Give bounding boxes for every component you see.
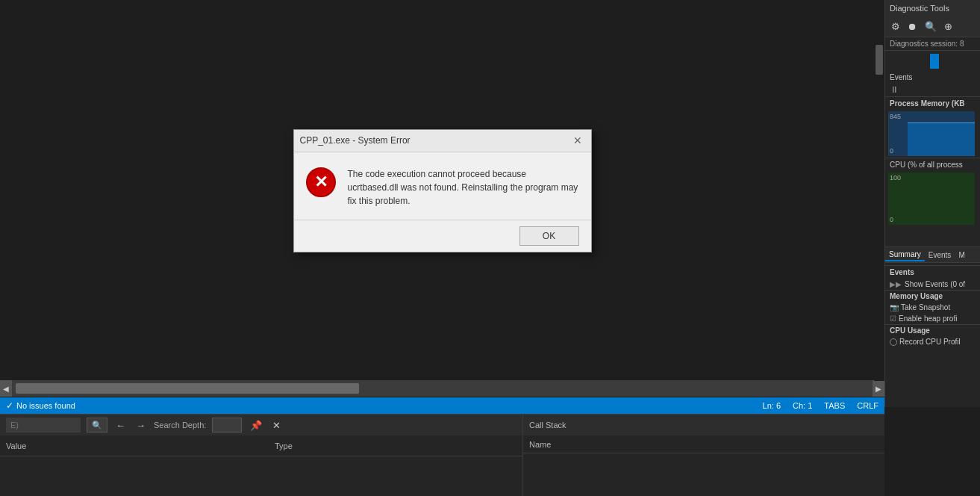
search-depth-label: Search Depth: — [154, 421, 206, 430]
memory-fill — [908, 123, 975, 156]
events-sub-section: Events ▶▶ Show Events (0 of Memory Usage… — [885, 265, 980, 347]
heap-icon: ☑ — [890, 314, 896, 323]
scroll-thumb[interactable] — [16, 383, 359, 394]
diag-toolbar: ⚙ ⏺ 🔍 ⊕ — [885, 16, 980, 37]
status-no-issues: ✓ No issues found — [6, 400, 75, 411]
error-circle: ✕ — [306, 167, 336, 197]
timeline-bar — [930, 54, 939, 69]
cpu-max-label: 100 — [890, 174, 901, 182]
cpu-chart: 100 0 — [888, 173, 975, 225]
summary-tab[interactable]: Summary — [885, 249, 925, 261]
diag-tabs: Summary Events M — [885, 247, 980, 263]
crlf-text: CRLF — [857, 401, 878, 410]
memory-chart: 845 0 — [888, 111, 975, 156]
memory-usage-label: Memory Usage — [890, 292, 976, 300]
pin-button[interactable]: 📌 — [248, 420, 264, 431]
record-button[interactable]: ⏺ — [905, 19, 920, 34]
status-ch: Ch: 1 — [793, 401, 812, 410]
session-label: Diagnostics session: 8 — [890, 40, 964, 48]
status-ln: Ln: 6 — [763, 401, 781, 410]
cpu-usage-label: CPU Usage — [890, 326, 976, 335]
status-tabs: TABS — [824, 401, 845, 410]
panel-columns: Value Type — [0, 435, 522, 456]
process-memory-label: Process Memory (KB — [890, 99, 965, 108]
events-icon: ⏸ — [890, 84, 899, 95]
depth-input[interactable] — [212, 418, 242, 433]
status-crlf: CRLF — [857, 401, 878, 410]
dialog-title: CPP_01.exe - System Error — [300, 135, 411, 146]
horizontal-scrollbar[interactable]: ◀ ▶ — [0, 380, 884, 397]
call-stack-header: Call Stack — [523, 415, 884, 435]
record-cpu-row[interactable]: Record CPU Profil — [885, 336, 980, 347]
memory-max-label: 845 — [890, 113, 901, 120]
heap-row[interactable]: ☑ Enable heap profi — [885, 313, 980, 324]
scroll-left-arrow[interactable]: ◀ — [0, 380, 12, 397]
events-section: Events — [885, 265, 980, 279]
dialog-titlebar: CPP_01.exe - System Error ✕ — [294, 130, 591, 152]
events-tab[interactable]: Events — [925, 249, 955, 261]
dialog-overlay: CPP_01.exe - System Error ✕ ✕ The code e… — [0, 0, 884, 381]
radio-icon[interactable] — [890, 338, 897, 346]
diag-title-text: Diagnostic Tools — [890, 4, 949, 13]
memory-usage-section: Memory Usage — [885, 290, 980, 302]
scroll-right-arrow[interactable]: ▶ — [873, 380, 884, 397]
show-events-text: Show Events (0 of — [905, 280, 965, 288]
back-button[interactable]: ← — [113, 420, 128, 431]
call-stack-columns: Name — [523, 435, 884, 453]
debug-panel: 🔍 ← → Search Depth: 📌 ✕ Value Type — [0, 414, 522, 496]
search-diag-button[interactable]: ⊕ — [941, 19, 955, 34]
show-events-row[interactable]: ▶▶ Show Events (0 of — [885, 279, 980, 290]
status-bar: ✓ No issues found Ln: 6 Ch: 1 TABS CRLF — [0, 397, 884, 414]
zoom-button[interactable]: 🔍 — [922, 19, 940, 34]
cpu-min-label: 0 — [890, 216, 893, 223]
error-dialog: CPP_01.exe - System Error ✕ ✕ The code e… — [293, 129, 592, 252]
dialog-close-button[interactable]: ✕ — [570, 133, 585, 148]
ch-text: Ch: 1 — [793, 401, 812, 410]
name-col-header: Name — [529, 440, 551, 449]
ok-button[interactable]: OK — [519, 226, 579, 246]
events-icon-row: ⏸ — [885, 83, 980, 96]
check-icon: ✓ — [6, 400, 13, 411]
snapshot-text: Take Snapshot — [901, 303, 950, 311]
events-section-label: Events — [890, 268, 976, 276]
record-cpu-text: Record CPU Profil — [899, 338, 961, 346]
call-stack-title: Call Stack — [529, 421, 567, 430]
settings-button[interactable]: ⚙ — [888, 19, 903, 34]
dialog-body: ✕ The code execution cannot proceed beca… — [294, 152, 591, 220]
cpu-header: CPU (% of all process — [885, 158, 980, 171]
debug-panel-header: 🔍 ← → Search Depth: 📌 ✕ — [0, 415, 522, 435]
show-events-icon: ▶▶ — [890, 280, 902, 288]
scroll-track[interactable] — [12, 380, 873, 397]
ln-text: Ln: 6 — [763, 401, 781, 410]
m-tab[interactable]: M — [955, 249, 968, 261]
snapshot-row[interactable]: 📷 Take Snapshot — [885, 302, 980, 313]
tabs-text: TABS — [824, 401, 845, 410]
forward-button[interactable]: → — [134, 420, 148, 431]
heap-text: Enable heap profi — [899, 314, 957, 323]
value-col-header: Value — [6, 441, 275, 450]
process-memory-header: Process Memory (KB — [885, 96, 980, 110]
dialog-footer: OK — [294, 220, 591, 252]
call-stack-panel: Call Stack Name — [522, 414, 884, 496]
error-icon: ✕ — [306, 167, 336, 197]
no-issues-text: No issues found — [16, 401, 75, 410]
memory-min-label: 0 — [890, 147, 893, 155]
timeline-area — [885, 51, 980, 72]
type-col-header: Type — [275, 441, 293, 450]
diagnostic-tools-panel: Diagnostic Tools ⚙ ⏺ 🔍 ⊕ Diagnostics ses… — [884, 0, 980, 407]
close-panel-button[interactable]: ✕ — [270, 420, 283, 431]
diag-title-bar: Diagnostic Tools — [885, 0, 980, 16]
search-icon: 🔍 — [92, 421, 102, 430]
expression-input[interactable] — [6, 418, 81, 433]
search-button[interactable]: 🔍 — [87, 418, 107, 433]
snapshot-icon: 📷 — [890, 303, 899, 311]
dialog-message: The code execution cannot proceed becaus… — [348, 167, 579, 208]
diag-session-info: Diagnostics session: 8 — [885, 37, 980, 51]
cpu-label: CPU (% of all process — [890, 161, 963, 169]
events-label: Events — [885, 72, 980, 83]
cpu-usage-section: CPU Usage — [885, 324, 980, 336]
